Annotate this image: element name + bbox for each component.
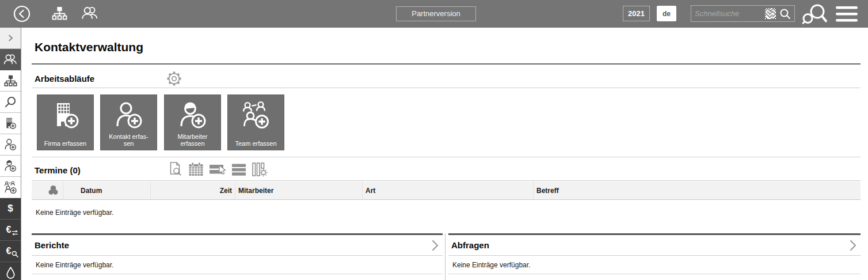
sidebar-item-add-team[interactable]: [0, 177, 21, 198]
divider: [32, 180, 861, 181]
quick-search-input[interactable]: [695, 9, 762, 18]
sidebar-item-expand[interactable]: [0, 28, 21, 49]
column-header-zeit[interactable]: Zeit: [151, 181, 235, 199]
org-chart-icon: [4, 74, 17, 88]
quick-search: [691, 5, 795, 22]
appointments-section-title: Termine (0): [35, 165, 81, 175]
language-selector[interactable]: de: [657, 6, 676, 21]
search-icon[interactable]: [779, 8, 791, 20]
partnerversion-button[interactable]: Partnerversion: [396, 6, 476, 21]
tile-team-erfassen[interactable]: Team erfassen: [227, 94, 284, 150]
appointments-empty-text: Keine Einträge verfügbar.: [36, 209, 113, 217]
divider: [32, 63, 861, 65]
gear-icon[interactable]: [166, 71, 182, 86]
tile-firma-erfassen[interactable]: Firma erfassen: [37, 94, 94, 150]
topbar: Partnerversion 2021 de: [0, 0, 868, 28]
sidebar-item-add-employee[interactable]: [0, 156, 21, 177]
chevron-right-icon[interactable]: [431, 240, 439, 251]
tile-label: Mitarbeiter erfassen: [166, 133, 219, 147]
tile-label: Kontakt erfas- sen: [102, 133, 155, 147]
person-add-icon: [113, 101, 144, 130]
sidebar-item-euro-search[interactable]: €: [0, 241, 21, 262]
company-add-icon: [50, 101, 81, 130]
droplet-icon: [5, 266, 17, 279]
appointments-table-header: Datum Zeit Mitarbeiter Art Betreff: [32, 181, 861, 200]
sidebar-item-organization[interactable]: [0, 70, 21, 92]
sidebar-item-liquidity[interactable]: [0, 262, 21, 280]
group-column-header[interactable]: [32, 181, 63, 199]
tile-kontakt-erfassen[interactable]: Kontakt erfas- sen: [100, 94, 157, 150]
chevron-right-icon: [7, 34, 14, 42]
company-add-icon: [3, 117, 17, 130]
sidebar-item-euro-transfer[interactable]: €: [0, 220, 21, 241]
sidebar-item-add-company[interactable]: [0, 113, 21, 134]
search-icon: [4, 96, 17, 109]
team-add-icon: [241, 101, 272, 130]
main-content: Kontaktverwaltung Arbeitsabläufe: [21, 28, 868, 280]
column-settings-icon[interactable]: [252, 162, 268, 177]
workflows-section-title: Arbeitsabläufe: [35, 74, 94, 84]
reports-panel: Berichte Keine Einträge verfügbar.: [32, 233, 443, 274]
person-add-icon: [3, 138, 17, 151]
app-window: Partnerversion 2021 de: [0, 0, 868, 280]
year-selector[interactable]: 2021: [623, 6, 650, 21]
column-header-art[interactable]: Art: [363, 181, 534, 199]
column-header-betreff[interactable]: Betreff: [534, 181, 861, 199]
sidebar-item-finance-dollar[interactable]: $: [0, 198, 21, 220]
category-cluster-icon: [47, 185, 59, 196]
divider: [32, 157, 861, 157]
queries-empty-text: Keine Einträge verfügbar.: [448, 256, 861, 274]
team-add-icon: [3, 181, 18, 194]
advanced-search-icon[interactable]: [801, 3, 828, 26]
divider: [445, 233, 446, 280]
sidebar-item-search[interactable]: [0, 92, 21, 113]
calendar-icon[interactable]: [188, 162, 204, 177]
divider: [32, 88, 861, 88]
page-title: Kontaktverwaltung: [35, 40, 143, 54]
document-preview-icon[interactable]: [168, 161, 183, 177]
org-chart-icon[interactable]: [52, 6, 67, 21]
list-icon[interactable]: [231, 162, 246, 177]
queries-section-title: Abfragen: [451, 240, 489, 250]
employee-add-icon: [177, 101, 208, 130]
contacts-icon: [3, 53, 18, 66]
tile-label: Team erfassen: [229, 140, 283, 147]
contacts-icon[interactable]: [81, 5, 99, 21]
reports-empty-text: Keine Einträge verfügbar.: [32, 256, 443, 274]
barcode-icon[interactable]: [765, 8, 776, 19]
sidebar: $ € €: [0, 28, 21, 280]
euro-search-icon: €: [6, 246, 15, 256]
tile-label: Firma erfassen: [39, 140, 92, 147]
column-header-datum[interactable]: Datum: [63, 181, 151, 199]
row-select-icon[interactable]: [209, 162, 226, 177]
sidebar-item-contacts[interactable]: [0, 49, 21, 70]
reports-section-title: Berichte: [35, 240, 69, 250]
back-icon[interactable]: [13, 5, 31, 23]
appointments-toolbar: [168, 161, 268, 177]
column-header-mitarbeiter[interactable]: Mitarbeiter: [235, 181, 363, 199]
employee-add-icon: [3, 160, 17, 172]
sidebar-item-add-contact[interactable]: [0, 134, 21, 156]
dollar-icon: $: [7, 203, 13, 214]
chevron-right-icon[interactable]: [849, 240, 857, 251]
menu-icon[interactable]: [836, 6, 858, 22]
euro-transfer-icon: €: [6, 225, 15, 235]
tile-mitarbeiter-erfassen[interactable]: Mitarbeiter erfassen: [164, 94, 221, 150]
queries-panel: Abfragen Keine Einträge verfügbar.: [448, 233, 861, 274]
